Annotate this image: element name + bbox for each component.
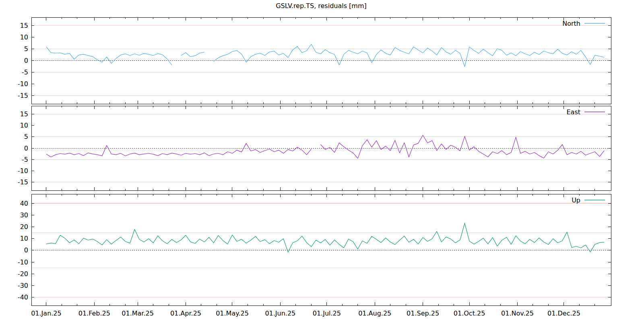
y-tick-label: 40 [20, 200, 28, 207]
x-tick-label: 01.Feb.25 [78, 310, 110, 317]
y-tick-label: 5 [24, 45, 28, 53]
y-tick-label: -5 [22, 68, 28, 76]
y-tick-label: 30 [20, 211, 28, 219]
y-tick-label: 5 [24, 133, 28, 140]
y-tick-label: 0 [24, 144, 28, 152]
y-tick-label: 10 [20, 122, 28, 129]
panel-frame [31, 194, 611, 305]
residuals-time-series-chart: 151050-5-10-15North151050-5-10-15East403… [0, 0, 644, 322]
x-tick-label: 01.Nov.25 [501, 310, 534, 317]
x-tick-label: 01.Oct.25 [454, 310, 485, 317]
legend-label-north: North [562, 20, 580, 27]
x-tick-label: 01.Jul.25 [313, 310, 341, 317]
legend-label-up: Up [572, 196, 580, 204]
x-tick-label: 01.Apr.25 [170, 310, 201, 317]
y-tick-label: -15 [18, 178, 28, 186]
y-tick-label: 15 [20, 110, 28, 118]
north-series-line [46, 44, 604, 67]
x-tick-label: 01.Dec.25 [547, 310, 580, 317]
chart-page: GSLV.rep.TS, residuals [mm] 151050-5-10-… [0, 0, 644, 322]
y-tick-label: -30 [18, 282, 28, 289]
y-tick-label: -40 [18, 293, 28, 301]
panel-east: 151050-5-10-15East [18, 106, 611, 190]
x-tick-label: 01.Sep.25 [407, 310, 439, 317]
y-tick-label: 10 [20, 33, 28, 41]
y-tick-label: 0 [24, 57, 28, 64]
up-series-line [46, 223, 604, 252]
y-tick-label: -20 [18, 270, 28, 278]
east-series-line [46, 135, 604, 159]
y-tick-label: -10 [18, 80, 28, 88]
y-tick-label: -10 [18, 258, 28, 266]
legend-label-east: East [566, 108, 580, 116]
y-tick-label: -10 [18, 167, 28, 175]
x-tick-label: 01.Mar.25 [122, 310, 154, 317]
y-tick-label: 0 [24, 246, 28, 254]
x-tick-label: 01.Jan.25 [31, 310, 62, 317]
x-tick-label: 01.May.25 [216, 310, 249, 317]
y-tick-label: 15 [20, 22, 28, 29]
y-tick-label: -15 [18, 92, 28, 99]
panel-up: 403020100-10-20-30-40Up [18, 194, 611, 305]
x-tick-label: 01.Aug.25 [358, 310, 391, 317]
x-tick-label: 01.Jun.25 [265, 310, 295, 317]
panel-north: 151050-5-10-15North [18, 17, 611, 104]
y-tick-label: 10 [20, 235, 28, 242]
x-axis-labels: 01.Jan.2501.Feb.2501.Mar.2501.Apr.2501.M… [31, 310, 580, 317]
y-tick-label: -5 [22, 156, 28, 163]
y-tick-label: 20 [20, 223, 28, 231]
